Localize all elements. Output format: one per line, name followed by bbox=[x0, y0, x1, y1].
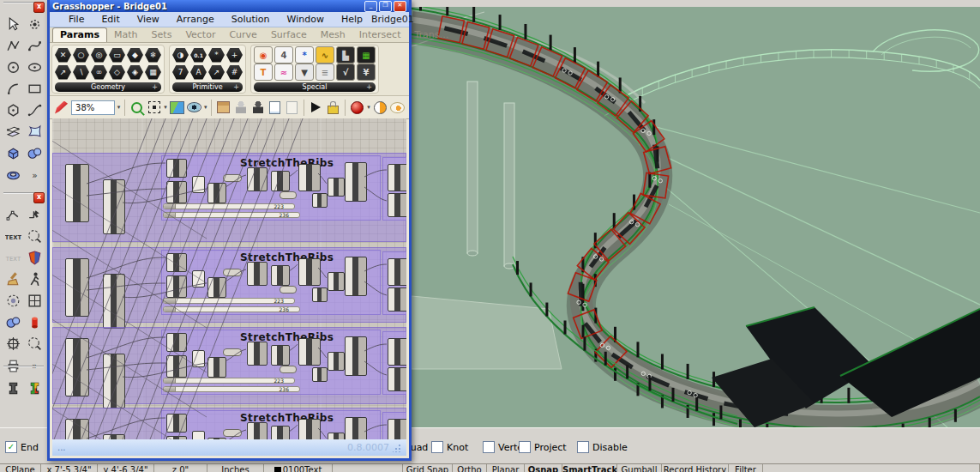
gh-component[interactable] bbox=[65, 419, 89, 439]
complex-param-icon[interactable]: + bbox=[226, 48, 243, 63]
circle-icon[interactable] bbox=[3, 57, 24, 78]
slider-knob[interactable] bbox=[164, 307, 176, 312]
select-circle-icon[interactable] bbox=[24, 226, 45, 247]
gh-component[interactable] bbox=[271, 345, 290, 366]
status-pane-smarttrack[interactable]: SmartTrack bbox=[562, 464, 617, 472]
status-pane-cplane[interactable]: CPlane bbox=[0, 464, 41, 472]
ibeam-color-icon[interactable] bbox=[24, 378, 45, 399]
srf-points-icon[interactable] bbox=[3, 121, 24, 142]
osnap-knot[interactable]: Knot bbox=[431, 441, 468, 453]
line-param-icon[interactable]: ∖ bbox=[73, 65, 89, 80]
solver-lock-icon[interactable] bbox=[326, 99, 340, 116]
gh-component[interactable] bbox=[388, 287, 406, 312]
sculpt-light-icon[interactable] bbox=[233, 99, 248, 116]
tab-trans[interactable]: Trans… bbox=[407, 28, 455, 42]
image-sampler-icon[interactable]: ▙ bbox=[336, 46, 355, 64]
tab-intersect[interactable]: Intersect bbox=[352, 28, 408, 42]
drag-handle-icon[interactable] bbox=[24, 204, 45, 226]
status-pane-0100text[interactable]: 0100Text bbox=[264, 464, 333, 472]
point-param-icon[interactable]: ◇ bbox=[109, 65, 125, 80]
navigator-map-icon[interactable] bbox=[170, 99, 184, 116]
gh-component[interactable] bbox=[271, 265, 290, 286]
grasshopper-canvas[interactable]: StretchTheRibs223236StretchTheRibs223236… bbox=[52, 118, 406, 439]
gh-component[interactable] bbox=[192, 350, 205, 367]
spheres-icon[interactable] bbox=[24, 142, 45, 164]
restore-icon[interactable]: ❐ bbox=[379, 1, 392, 12]
minimize-icon[interactable]: _ bbox=[364, 1, 377, 12]
time-param-icon[interactable]: * bbox=[208, 48, 225, 63]
select-circle-icon[interactable] bbox=[24, 333, 45, 354]
data-param-icon[interactable]: # bbox=[226, 65, 243, 80]
tab-params[interactable]: Params bbox=[52, 27, 107, 42]
export-values-icon[interactable]: ▼ bbox=[295, 64, 314, 81]
gh-component[interactable] bbox=[247, 167, 268, 191]
menu-item-help[interactable]: Help bbox=[333, 13, 371, 26]
slider-knob[interactable] bbox=[164, 204, 176, 209]
gh-component[interactable] bbox=[388, 193, 406, 217]
gh-component[interactable] bbox=[247, 342, 268, 366]
osnap-disable-checkbox[interactable] bbox=[577, 441, 589, 453]
tab-sets[interactable]: Sets bbox=[145, 28, 179, 42]
zoom-in-icon[interactable] bbox=[129, 99, 144, 116]
bake-box-icon[interactable] bbox=[216, 99, 231, 116]
slider-knob[interactable] bbox=[164, 299, 176, 303]
gh-component[interactable] bbox=[345, 417, 367, 439]
tab-surface[interactable]: Surface bbox=[264, 28, 314, 42]
integer-param-icon[interactable]: 7 bbox=[172, 65, 189, 80]
preview-wire-shaded-icon[interactable] bbox=[373, 99, 388, 116]
gh-component[interactable] bbox=[280, 366, 297, 373]
close-icon[interactable]: ✕ bbox=[394, 1, 406, 12]
resize-grip[interactable] bbox=[393, 444, 401, 452]
gh-component[interactable] bbox=[388, 258, 406, 286]
number-slider[interactable]: 236 bbox=[163, 306, 300, 312]
text-icon[interactable]: TEXT bbox=[3, 226, 24, 247]
preview-gem-icon[interactable] bbox=[350, 99, 364, 116]
gh-component[interactable] bbox=[207, 357, 226, 378]
toolbar-grip[interactable] bbox=[3, 366, 44, 377]
menu-item-file[interactable]: File bbox=[60, 13, 93, 26]
osnap-end[interactable]: ✓End bbox=[5, 441, 39, 453]
gh-component[interactable] bbox=[223, 348, 242, 356]
twisted-box-param-icon[interactable]: ◈ bbox=[127, 65, 143, 80]
status-pane-z0[interactable]: z 0" bbox=[154, 464, 207, 472]
number-slider[interactable]: 223 bbox=[163, 298, 295, 304]
status-pane-filter[interactable]: Filter bbox=[729, 464, 763, 472]
shield-icon[interactable] bbox=[24, 247, 45, 269]
gh-component[interactable] bbox=[166, 355, 187, 378]
gh-component[interactable] bbox=[192, 176, 205, 193]
brep-param-icon[interactable]: ◆ bbox=[127, 48, 143, 63]
gh-component[interactable] bbox=[65, 338, 89, 396]
group-label-special[interactable]: Special+ bbox=[254, 82, 376, 92]
grasshopper-titlebar[interactable]: Grasshopper - Bridge01 _ ❐ ✕ bbox=[50, 0, 409, 12]
curve-cp-icon[interactable] bbox=[24, 35, 45, 57]
gh-component[interactable] bbox=[166, 275, 187, 298]
gh-component[interactable] bbox=[192, 270, 205, 287]
number-slider[interactable]: 223 bbox=[163, 378, 295, 384]
curve-edit-icon[interactable] bbox=[3, 204, 24, 226]
polyline-icon[interactable] bbox=[3, 35, 24, 57]
gh-component[interactable] bbox=[65, 164, 89, 222]
arc-icon[interactable] bbox=[3, 78, 24, 100]
combo-caret-icon[interactable]: ▾ bbox=[117, 104, 121, 111]
gh-component[interactable] bbox=[312, 367, 328, 382]
script-editor-icon[interactable]: 4 bbox=[274, 46, 293, 64]
torus-icon[interactable] bbox=[3, 164, 24, 185]
sketch-pen-icon[interactable] bbox=[54, 99, 69, 116]
canvas-group-stretchtheribs[interactable]: StretchTheRibs223236 bbox=[52, 247, 406, 323]
gh-component[interactable] bbox=[247, 422, 268, 439]
gh-component[interactable] bbox=[328, 272, 345, 291]
dropdown-caret-icon[interactable]: ▾ bbox=[367, 104, 370, 111]
gh-component[interactable] bbox=[166, 253, 187, 272]
gh-component[interactable] bbox=[388, 164, 406, 191]
menu-item-view[interactable]: View bbox=[129, 13, 168, 26]
polygon-icon[interactable] bbox=[3, 100, 24, 121]
gh-component[interactable] bbox=[103, 274, 125, 329]
spheres-icon[interactable] bbox=[3, 312, 24, 333]
group-label-primitive[interactable]: Primitive+ bbox=[172, 82, 243, 92]
gh-component[interactable] bbox=[388, 367, 406, 391]
osnap-vertex-checkbox[interactable] bbox=[483, 441, 495, 453]
gh-component[interactable] bbox=[298, 419, 321, 439]
osnap-end-checkbox[interactable]: ✓ bbox=[5, 441, 17, 453]
document-open-icon[interactable] bbox=[268, 99, 282, 116]
document-inactive-icon[interactable] bbox=[285, 99, 299, 116]
